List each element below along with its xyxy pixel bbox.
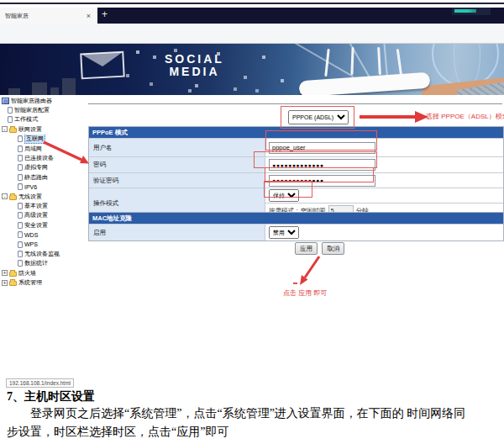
- banner-ray: [287, 44, 354, 77]
- sidebar-item-wds[interactable]: WDS: [0, 230, 87, 239]
- mac-clone-table: MAC地址克隆 启用 禁用: [88, 212, 504, 241]
- annotation-arrowhead-apply: [300, 275, 308, 285]
- sidebar-item-system-management[interactable]: + 系统管理: [0, 278, 87, 287]
- router-antenna: [350, 47, 354, 75]
- cancel-button[interactable]: 取消: [322, 242, 344, 255]
- window-corner-widget: [452, 8, 491, 15]
- document-icon: [18, 145, 23, 152]
- status-bar-url: 192.168.108.1/index.html: [6, 378, 74, 388]
- verify-password-label: 验证密码: [89, 173, 265, 188]
- sidebar-item-label: 联网设置: [18, 125, 42, 134]
- document-icon: [18, 231, 23, 238]
- keepalive-select[interactable]: 保持: [269, 189, 299, 202]
- browser-tab-active[interactable]: 智能家居 ×: [0, 8, 97, 24]
- folder-icon: [9, 195, 17, 200]
- sidebar-item-vpn[interactable]: 虚拟专网: [0, 163, 87, 172]
- table-row-password: 密码: [89, 156, 503, 172]
- sidebar-item-label: 系统管理: [18, 278, 42, 287]
- sidebar-item-internet[interactable]: 互联网: [0, 135, 87, 144]
- sidebar-tree: 智能家居路由器 智能家居配置 工作模式 - 联网设置 互联网 局域网 已连接设备: [0, 96, 87, 288]
- teal-indicator: [454, 9, 476, 13]
- sidebar-item-lan[interactable]: 局域网: [0, 144, 87, 153]
- sidebar-item-wps[interactable]: WPS: [0, 240, 87, 249]
- document-icon: [18, 203, 23, 209]
- folder-icon: [9, 128, 17, 133]
- sidebar-item-label: 防火墙: [18, 269, 36, 278]
- sidebar-item-firewall[interactable]: + 防火墙: [0, 268, 87, 278]
- password-input[interactable]: [269, 159, 375, 171]
- document-icon: [18, 241, 23, 248]
- banner-building: [32, 82, 47, 95]
- browser-toolbar: ← → ↻ ⌂ i 192.168.108.1 ⋯ ☆: [0, 24, 504, 44]
- sidebar-item-label: 局域网: [24, 145, 42, 153]
- pppoe-section-header: PPPoE 模式: [89, 127, 503, 138]
- sidebar-item-root[interactable]: 智能家居路由器: [0, 96, 87, 105]
- annotation-arrowhead-mode: [415, 111, 428, 123]
- new-tab-icon[interactable]: +: [102, 8, 108, 20]
- banner-building: [62, 78, 76, 95]
- banner-router-device: [299, 72, 431, 95]
- router-page-banner: SOCIAL MEDIA: [0, 44, 504, 95]
- table-row-mac-enable: 启用 禁用: [89, 224, 503, 240]
- sidebar-item-label: 无线设置: [18, 193, 42, 201]
- document-icon: [18, 174, 23, 181]
- content-divider: [88, 103, 502, 104]
- banner-title: SOCIAL MEDIA: [165, 53, 224, 78]
- sidebar-item-label: 已连接设备: [24, 154, 54, 162]
- annotation-dash-apply: [293, 283, 297, 284]
- table-row-verify-password: 验证密码: [89, 172, 503, 188]
- sidebar-item-ipv6[interactable]: IPV6: [0, 182, 87, 192]
- router-antenna: [396, 49, 403, 77]
- document-icon: [8, 107, 13, 114]
- sidebar-item-wireless-monitor[interactable]: 无线设备监视: [0, 249, 87, 258]
- wan-mode-select[interactable]: PPPOE (ADSL): [288, 110, 349, 124]
- verify-password-input[interactable]: [269, 175, 375, 187]
- sidebar-item-basic-settings[interactable]: 基本设置: [0, 201, 87, 210]
- mac-enable-label: 启用: [89, 225, 265, 240]
- sidebar-item-work-mode[interactable]: 工作模式: [0, 115, 87, 124]
- document-icon: [18, 222, 23, 229]
- sidebar-item-wireless-settings[interactable]: - 无线设置: [0, 192, 87, 201]
- banner-title-line1: SOCIAL: [165, 53, 224, 66]
- router-antenna: [377, 47, 381, 75]
- username-input[interactable]: [269, 142, 375, 154]
- sidebar-item-connected-devices[interactable]: 已连接设备: [0, 153, 87, 162]
- document-icon: [18, 164, 23, 171]
- sidebar-item-label: WPS: [24, 241, 38, 247]
- sidebar-item-label: 虚拟专网: [24, 163, 48, 172]
- document-icon: [8, 116, 13, 123]
- sidebar-item-label-selected: 互联网: [24, 135, 45, 144]
- sidebar-item-label: 高级设置: [24, 211, 48, 219]
- annotation-text-apply: 点击 应用 即可: [283, 288, 327, 298]
- collapse-icon[interactable]: -: [2, 193, 8, 199]
- banner-envelope-icon: [80, 51, 125, 80]
- document-icon: [18, 212, 23, 219]
- sidebar-item-data-statistics[interactable]: 数据统计: [0, 259, 87, 268]
- document-icon: [18, 135, 23, 142]
- sidebar-item-smart-home-config[interactable]: 智能家居配置: [0, 105, 87, 114]
- mac-enable-select[interactable]: 禁用: [269, 226, 299, 239]
- sidebar-item-security-settings[interactable]: 安全设置: [0, 220, 87, 230]
- sidebar-item-network-settings[interactable]: - 联网设置: [0, 124, 87, 134]
- expand-icon[interactable]: +: [2, 270, 8, 276]
- sidebar-item-static-route[interactable]: 静态路由: [0, 172, 87, 182]
- username-label: 用户名: [89, 139, 265, 156]
- document-icon: [18, 251, 23, 257]
- sidebar-item-label: 静态路由: [24, 173, 48, 182]
- close-tab-icon[interactable]: ×: [85, 12, 92, 20]
- expand-icon[interactable]: +: [2, 280, 8, 286]
- apply-button[interactable]: 应用: [295, 242, 318, 255]
- password-label: 密码: [89, 157, 265, 172]
- screenshot-root: 智能家居 × + ← → ↻ ⌂ i 192.168.108.1 ⋯ ☆: [0, 0, 504, 444]
- document-icon: [18, 183, 23, 190]
- sidebar-item-label: 安全设置: [24, 221, 48, 230]
- sidebar-item-advanced-settings[interactable]: 高级设置: [0, 211, 87, 220]
- collapse-icon[interactable]: -: [2, 126, 8, 132]
- annotation-arrow-apply: [305, 256, 319, 278]
- document-heading: 7、主机时区设置: [7, 389, 95, 404]
- document-icon: [18, 155, 23, 161]
- folder-icon: [9, 281, 17, 286]
- sidebar-item-label: 智能家居配置: [14, 106, 50, 114]
- sidebar-item-label: 无线设备监视: [24, 250, 60, 258]
- annotation-text-mode: 选择 PPPOE（ADSL）模式: [426, 112, 504, 121]
